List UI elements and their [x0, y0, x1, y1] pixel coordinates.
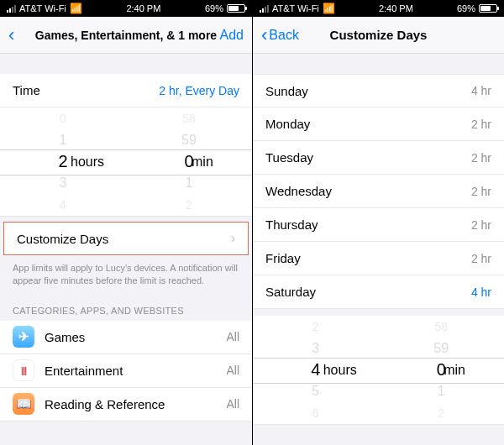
- carrier: AT&T Wi-Fi: [19, 3, 66, 13]
- entertainment-icon: |||: [13, 359, 34, 381]
- nav-bar: ‹ Back Customize Days: [253, 17, 504, 54]
- reading-icon: 📖: [13, 393, 34, 415]
- categories-header: CATEGORIES, APPS, AND WEBSITES: [0, 294, 252, 321]
- nav-bar: ‹ Games, Entertainment, & 1 more Add: [0, 17, 252, 54]
- hours-unit: hours: [323, 363, 357, 378]
- category-row[interactable]: 📖 Reading & Reference All: [0, 388, 252, 421]
- nav-title: Games, Entertainment, & 1 more: [0, 29, 252, 42]
- time-value: 2 hr, Every Day: [159, 84, 239, 97]
- customize-days-button[interactable]: Customize Days ›: [3, 222, 249, 255]
- chevron-right-icon: ›: [231, 231, 235, 246]
- day-row[interactable]: Friday2 hr: [253, 242, 504, 275]
- left-screen: AT&T Wi-Fi 📶 2:40 PM 69% ‹ Games, Entert…: [0, 0, 252, 445]
- battery-icon: [479, 4, 497, 13]
- time-label: Time: [13, 83, 40, 97]
- time-picker[interactable]: 0 1 2 3 4 hours 58 59 0 1 2 min: [0, 107, 252, 217]
- min-unit: min: [444, 363, 465, 378]
- status-bar: AT&T Wi-Fi 📶 2:40 PM 69%: [0, 0, 252, 17]
- min-unit: min: [192, 154, 213, 170]
- category-row[interactable]: ✈ Games All: [0, 321, 252, 354]
- carrier: AT&T Wi-Fi: [272, 3, 319, 13]
- signal-icon: [7, 5, 16, 13]
- day-row[interactable]: Wednesday2 hr: [253, 175, 504, 208]
- category-row[interactable]: ||| Entertainment All: [0, 354, 252, 388]
- wifi-icon: 📶: [323, 3, 335, 14]
- time-row[interactable]: Time 2 hr, Every Day: [0, 74, 252, 107]
- back-button[interactable]: ‹: [261, 26, 267, 44]
- status-bar: AT&T Wi-Fi 📶 2:40 PM 69%: [253, 0, 504, 17]
- battery-pct: 69%: [205, 3, 223, 13]
- day-row[interactable]: Thursday2 hr: [253, 208, 504, 242]
- add-button[interactable]: Add: [220, 28, 244, 43]
- games-icon: ✈: [13, 326, 34, 348]
- clock: 2:40 PM: [126, 3, 160, 13]
- signal-icon: [260, 5, 269, 13]
- battery-pct: 69%: [457, 3, 475, 13]
- day-row[interactable]: Sunday4 hr: [253, 74, 504, 107]
- clock: 2:40 PM: [379, 3, 413, 13]
- right-screen: AT&T Wi-Fi 📶 2:40 PM 69% ‹ Back Customiz…: [252, 0, 504, 445]
- time-picker[interactable]: 2 3 4 5 6 hours 58 59 0 1 2 min: [253, 316, 504, 425]
- day-row[interactable]: Saturday4 hr: [253, 275, 504, 309]
- back-button[interactable]: ‹: [8, 26, 14, 44]
- hours-unit: hours: [71, 154, 104, 170]
- wifi-icon: 📶: [70, 3, 82, 14]
- battery-icon: [227, 4, 245, 13]
- day-row[interactable]: Tuesday2 hr: [253, 141, 504, 175]
- day-row[interactable]: Monday2 hr: [253, 107, 504, 141]
- footer-text: App limits will apply to Lucy's devices.…: [0, 255, 252, 294]
- back-label[interactable]: Back: [269, 28, 299, 43]
